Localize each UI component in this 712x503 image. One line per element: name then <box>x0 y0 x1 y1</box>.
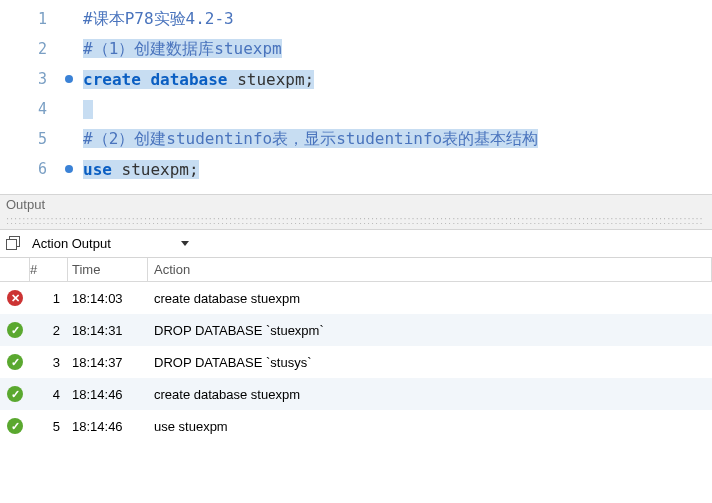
output-type-label: Action Output <box>32 236 111 251</box>
token-plain: stuexpm; <box>228 70 315 89</box>
output-type-select[interactable]: Action Output <box>28 234 193 253</box>
token-cmt: #（2）创建studentinfo表，显示studentinfo表的基本结构 <box>83 129 538 148</box>
code-text[interactable]: create database stuexpm; <box>83 70 314 89</box>
status-cell: ✓ <box>0 322 30 338</box>
editor-line[interactable]: 2#（1）创建数据库stuexpm <box>0 34 712 64</box>
cell-num: 2 <box>30 323 68 338</box>
token-cmt: #（1）创建数据库stuexpm <box>83 39 282 58</box>
output-copy-icon[interactable] <box>6 236 22 252</box>
line-number: 2 <box>0 40 55 58</box>
col-action[interactable]: Action <box>148 258 712 281</box>
cell-num: 3 <box>30 355 68 370</box>
token-cmt: #课本P78实验4.2-3 <box>83 9 234 28</box>
status-cell: ✕ <box>0 290 30 306</box>
status-cell: ✓ <box>0 418 30 434</box>
editor-line[interactable]: 1#课本P78实验4.2-3 <box>0 4 712 34</box>
code-text[interactable]: #（2）创建studentinfo表，显示studentinfo表的基本结构 <box>83 129 538 150</box>
token-plain <box>141 70 151 89</box>
success-icon: ✓ <box>7 418 23 434</box>
success-icon: ✓ <box>7 322 23 338</box>
cell-num: 5 <box>30 419 68 434</box>
success-icon: ✓ <box>7 354 23 370</box>
token-plain: stuexpm; <box>112 160 199 179</box>
code-text[interactable] <box>83 100 93 119</box>
output-row[interactable]: ✕118:14:03create database stuexpm <box>0 282 712 314</box>
status-cell: ✓ <box>0 386 30 402</box>
line-number: 6 <box>0 160 55 178</box>
line-number: 3 <box>0 70 55 88</box>
output-panel-header: Output :::::::::::::::::::::::::::::::::… <box>0 194 712 230</box>
breakpoint-gutter[interactable] <box>55 165 83 173</box>
line-number: 4 <box>0 100 55 118</box>
editor-line[interactable]: 3create database stuexpm; <box>0 64 712 94</box>
editor-line[interactable]: 5#（2）创建studentinfo表，显示studentinfo表的基本结构 <box>0 124 712 154</box>
error-icon: ✕ <box>7 290 23 306</box>
cell-time: 18:14:46 <box>68 387 148 402</box>
header-dots: ::::::::::::::::::::::::::::::::::::::::… <box>6 214 704 226</box>
code-text[interactable]: #（1）创建数据库stuexpm <box>83 39 282 60</box>
breakpoint-icon <box>65 75 73 83</box>
cell-time: 18:14:46 <box>68 419 148 434</box>
cell-time: 18:14:31 <box>68 323 148 338</box>
output-toolbar: Action Output <box>0 230 712 258</box>
success-icon: ✓ <box>7 386 23 402</box>
output-grid-header: # Time Action <box>0 258 712 282</box>
output-row[interactable]: ✓418:14:46create database stuexpm <box>0 378 712 410</box>
status-cell: ✓ <box>0 354 30 370</box>
cell-num: 4 <box>30 387 68 402</box>
col-num[interactable]: # <box>30 258 68 281</box>
code-text[interactable]: #课本P78实验4.2-3 <box>83 9 234 30</box>
cell-action: create database stuexpm <box>148 387 712 402</box>
output-row[interactable]: ✓518:14:46use stuexpm <box>0 410 712 442</box>
editor-line[interactable]: 6use stuexpm; <box>0 154 712 184</box>
output-grid: # Time Action ✕118:14:03create database … <box>0 258 712 442</box>
cell-action: use stuexpm <box>148 419 712 434</box>
token-kw: use <box>83 160 112 179</box>
breakpoint-icon <box>65 165 73 173</box>
cell-time: 18:14:03 <box>68 291 148 306</box>
output-row[interactable]: ✓318:14:37DROP DATABASE `stusys` <box>0 346 712 378</box>
cell-action: DROP DATABASE `stusys` <box>148 355 712 370</box>
line-number: 5 <box>0 130 55 148</box>
sql-editor[interactable]: 1#课本P78实验4.2-32#（1）创建数据库stuexpm3create d… <box>0 0 712 194</box>
chevron-down-icon <box>181 241 189 246</box>
col-time[interactable]: Time <box>68 258 148 281</box>
cell-num: 1 <box>30 291 68 306</box>
token-kw: create <box>83 70 141 89</box>
cell-action: create database stuexpm <box>148 291 712 306</box>
breakpoint-gutter[interactable] <box>55 75 83 83</box>
cell-time: 18:14:37 <box>68 355 148 370</box>
editor-line[interactable]: 4 <box>0 94 712 124</box>
cell-action: DROP DATABASE `stuexpm` <box>148 323 712 338</box>
output-row[interactable]: ✓218:14:31DROP DATABASE `stuexpm` <box>0 314 712 346</box>
code-text[interactable]: use stuexpm; <box>83 160 199 179</box>
line-number: 1 <box>0 10 55 28</box>
token-plain <box>83 100 93 119</box>
token-kw: database <box>150 70 227 89</box>
output-title: Output <box>6 197 45 212</box>
